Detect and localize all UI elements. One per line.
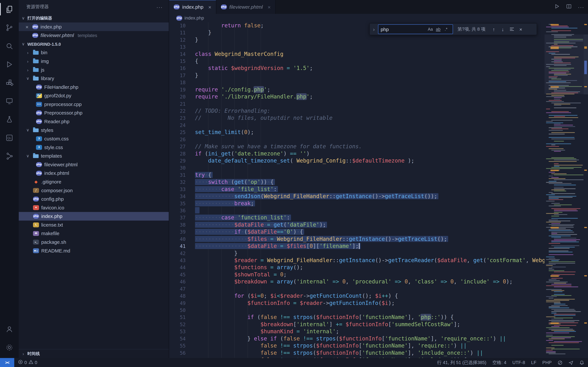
- tree-item-license-txt[interactable]: Llicense.txt: [19, 221, 169, 229]
- code-line[interactable]: 57 false !== strpos($functionInfo['funct…: [169, 357, 545, 358]
- tree-item-makefile[interactable]: Mmakefile: [19, 229, 169, 238]
- circle-slash-icon[interactable]: [558, 360, 562, 365]
- activity-item-remote-explorer[interactable]: [0, 92, 19, 110]
- activity-item-run-debug[interactable]: [0, 55, 19, 73]
- code-line[interactable]: 55 false !== strpos($functionInfo['funct…: [169, 342, 545, 349]
- activity-item-settings[interactable]: [0, 338, 19, 357]
- code-line[interactable]: 43 $reader = Webgrind_FileHandler::getIn…: [169, 257, 545, 264]
- code-line[interactable]: 56 false !== strpos($functionInfo['funct…: [169, 350, 545, 357]
- regex-button[interactable]: .*: [442, 25, 450, 33]
- code-line[interactable]: 42 }: [169, 250, 545, 257]
- open-editor-item[interactable]: phpfileviewer.phtmltemplates: [19, 31, 169, 40]
- open-editors-header[interactable]: ∨ 打开的编辑器: [19, 14, 169, 23]
- code-line[interactable]: 15{: [169, 58, 545, 65]
- open-editor-item[interactable]: ×phpindex.php: [19, 22, 169, 31]
- code-line[interactable]: 45 $shownTotal = 0;: [169, 271, 545, 278]
- close-icon[interactable]: ×: [24, 24, 30, 30]
- language-mode[interactable]: PHP: [542, 360, 552, 365]
- code-line[interactable]: 44 $functions = array();: [169, 264, 545, 271]
- tree-item--gitignore[interactable]: ◆.gitignore: [19, 177, 169, 186]
- tree-item-library[interactable]: ∨library: [19, 74, 169, 83]
- tree-item-bin[interactable]: ›bin: [19, 48, 169, 57]
- timeline-header[interactable]: › 时间线: [19, 349, 169, 358]
- tree-item-index-phtml[interactable]: phpindex.phtml: [19, 169, 169, 178]
- code-line[interactable]: 12}: [169, 36, 545, 43]
- project-header[interactable]: ∨ WEBGRIND-1.5.0: [19, 40, 169, 48]
- code-line[interactable]: 52 $breakdown['internal'] += $functionIn…: [169, 321, 545, 328]
- code-line[interactable]: 16 static $webgrindVersion = '1.5';: [169, 65, 545, 72]
- code-line[interactable]: 38············$dataFile·=·get('dataFile'…: [169, 221, 545, 228]
- tree-item-filehandler-php[interactable]: phpFileHandler.php: [19, 83, 169, 92]
- code-line[interactable]: 29 date_default_timezone_set( Webgrind_C…: [169, 157, 545, 164]
- tab-fileviewer-phtml[interactable]: php fileviewer.phtml ×: [216, 0, 276, 14]
- activity-item-accounts[interactable]: [0, 320, 19, 338]
- code-line[interactable]: 32····switch·(get('op'))·{: [169, 179, 545, 186]
- split-editor-icon[interactable]: [566, 3, 572, 11]
- overview-ruler[interactable]: [584, 22, 588, 358]
- run-icon[interactable]: [554, 3, 560, 11]
- code-line[interactable]: 41················$dataFile·=·$files[0][…: [169, 243, 545, 250]
- activity-item-search[interactable]: [0, 37, 19, 55]
- code-line[interactable]: 36: [169, 207, 545, 214]
- code-line[interactable]: 46 $breakdown = array('internal' => 0, '…: [169, 278, 545, 285]
- tree-item-config-php[interactable]: phpconfig.php: [19, 195, 169, 203]
- find-input[interactable]: [378, 26, 426, 32]
- code-line[interactable]: 35············break;: [169, 200, 545, 207]
- tree-item-styles[interactable]: ∨styles: [19, 126, 169, 134]
- eol-setting[interactable]: LF: [531, 360, 536, 365]
- code-line[interactable]: 28if (ini_get('date.timezone') == ''): [169, 150, 545, 157]
- tree-item-js[interactable]: ›js: [19, 66, 169, 74]
- toggle-replace-icon[interactable]: ›: [371, 26, 377, 32]
- encoding-setting[interactable]: UTF-8: [512, 360, 525, 365]
- tree-item-img[interactable]: ›img: [19, 57, 169, 66]
- code-line[interactable]: 50: [169, 307, 545, 314]
- minimap[interactable]: [545, 22, 584, 358]
- code-line[interactable]: 31try·{: [169, 172, 545, 179]
- tree-item-reader-php[interactable]: phpReader.php: [19, 117, 169, 126]
- minimap-viewport[interactable]: [545, 34, 584, 94]
- next-match-button[interactable]: ↓: [499, 25, 507, 33]
- activity-item-extensions[interactable]: [0, 73, 19, 92]
- cursor-position[interactable]: 行 41, 列 51 (已选择385): [437, 359, 486, 366]
- code-line[interactable]: 48 for ($i=0; $i<$reader->getFunctionCou…: [169, 292, 545, 300]
- tree-item-style-css[interactable]: 3style.css: [19, 143, 169, 152]
- tree-item-favicon-ico[interactable]: ★favicon.ico: [19, 203, 169, 212]
- tree-item-preprocessor-cpp[interactable]: ++preprocessor.cpp: [19, 100, 169, 109]
- activity-item-source-control[interactable]: [0, 18, 19, 37]
- close-icon[interactable]: ×: [208, 4, 211, 10]
- close-find-button[interactable]: ×: [517, 25, 525, 33]
- tree-item-readme-md[interactable]: M↓README.md: [19, 246, 169, 255]
- bell-icon[interactable]: [579, 360, 584, 365]
- previous-match-button[interactable]: ↑: [490, 25, 498, 33]
- code-line[interactable]: 40················$files·=·Webgrind_File…: [169, 236, 545, 243]
- code-line[interactable]: 17}: [169, 72, 545, 79]
- tree-item-composer-json[interactable]: ♪composer.json: [19, 186, 169, 195]
- breadcrumb[interactable]: php index.php: [169, 14, 588, 22]
- code-line[interactable]: 20require './library/FileHandler.php';: [169, 93, 545, 100]
- code-line[interactable]: 21: [169, 100, 545, 108]
- code-line[interactable]: 13: [169, 43, 545, 50]
- code-line[interactable]: 24: [169, 122, 545, 129]
- code-line[interactable]: 25set_time_limit(0);: [169, 129, 545, 136]
- tree-item-package-sh[interactable]: >_package.sh: [19, 238, 169, 246]
- feedback-icon[interactable]: [569, 360, 573, 365]
- activity-item-codeql[interactable]: QL: [0, 128, 19, 147]
- remote-indicator[interactable]: ><: [0, 358, 14, 367]
- tree-item-preprocessor-php[interactable]: phpPreprocessor.php: [19, 109, 169, 117]
- code-line[interactable]: 51 if (false !== strpos($functionInfo['f…: [169, 314, 545, 321]
- code-line[interactable]: 27// Make sure we have a timezone for da…: [169, 143, 545, 150]
- tab-index-php[interactable]: php index.php ×: [169, 0, 216, 14]
- tree-item-fileviewer-phtml[interactable]: phpfileviewer.phtml: [19, 160, 169, 169]
- code-line[interactable]: 14class Webgrind_MasterConfig: [169, 51, 545, 58]
- code-area[interactable]: 10 return false;11 }12}1314class Webgrin…: [169, 22, 545, 358]
- activity-item-explorer[interactable]: [0, 0, 19, 18]
- code-line[interactable]: 26: [169, 136, 545, 143]
- code-line[interactable]: 49 $functionInfo = $reader->getFunctionI…: [169, 300, 545, 307]
- code-line[interactable]: 53 $humanKind = 'internal';: [169, 328, 545, 335]
- whole-word-button[interactable]: ab: [434, 25, 442, 33]
- indentation-setting[interactable]: 空格: 4: [492, 359, 506, 366]
- code-line[interactable]: 19require './config.php';: [169, 86, 545, 93]
- tree-item-custom-css[interactable]: 3custom.css: [19, 134, 169, 143]
- tree-item-gprof2dot-py[interactable]: Pygprof2dot.py: [19, 92, 169, 100]
- activity-item-live-share[interactable]: [0, 147, 19, 165]
